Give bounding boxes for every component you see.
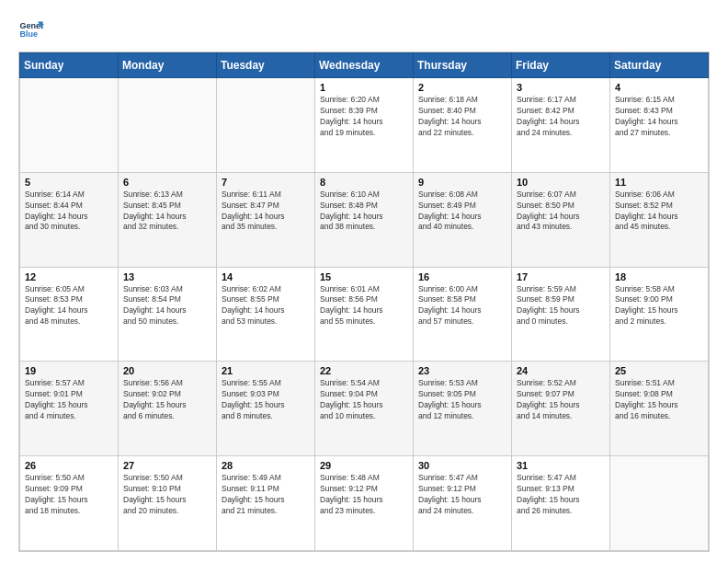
day-number: 9: [418, 177, 506, 188]
table-row: 13Sunrise: 6:03 AMSunset: 8:54 PMDayligh…: [119, 267, 217, 362]
table-row: 22Sunrise: 5:54 AMSunset: 9:04 PMDayligh…: [315, 362, 414, 456]
page: General Blue SundayMondayTuesdayWednesda…: [0, 0, 728, 563]
table-row: [119, 78, 217, 173]
day-info: Sunrise: 6:14 AMSunset: 8:44 PMDaylight:…: [25, 190, 113, 234]
day-number: 7: [222, 177, 310, 188]
logo-icon: General Blue: [18, 17, 44, 42]
table-row: 31Sunrise: 5:47 AMSunset: 9:13 PMDayligh…: [512, 456, 610, 551]
day-info: Sunrise: 6:05 AMSunset: 8:53 PMDaylight:…: [25, 284, 113, 328]
day-number: 8: [320, 177, 408, 188]
table-row: [610, 456, 709, 551]
table-row: 25Sunrise: 5:51 AMSunset: 9:08 PMDayligh…: [610, 362, 709, 456]
day-info: Sunrise: 6:18 AMSunset: 8:40 PMDaylight:…: [418, 95, 506, 139]
day-info: Sunrise: 5:48 AMSunset: 9:12 PMDaylight:…: [320, 473, 408, 517]
table-row: 27Sunrise: 5:50 AMSunset: 9:10 PMDayligh…: [119, 456, 217, 551]
table-row: 5Sunrise: 6:14 AMSunset: 8:44 PMDaylight…: [20, 172, 119, 267]
day-info: Sunrise: 6:01 AMSunset: 8:56 PMDaylight:…: [320, 284, 408, 328]
table-row: 7Sunrise: 6:11 AMSunset: 8:47 PMDaylight…: [217, 172, 315, 267]
table-row: 19Sunrise: 5:57 AMSunset: 9:01 PMDayligh…: [20, 362, 119, 456]
day-number: 20: [123, 365, 211, 376]
table-row: 2Sunrise: 6:18 AMSunset: 8:40 PMDaylight…: [414, 78, 512, 173]
table-row: 18Sunrise: 5:58 AMSunset: 9:00 PMDayligh…: [610, 267, 709, 362]
weekday-header-wednesday: Wednesday: [315, 53, 414, 78]
day-number: 17: [517, 271, 605, 282]
day-number: 4: [615, 82, 703, 93]
table-row: 9Sunrise: 6:08 AMSunset: 8:49 PMDaylight…: [414, 172, 512, 267]
table-row: 3Sunrise: 6:17 AMSunset: 8:42 PMDaylight…: [512, 78, 610, 173]
table-row: 15Sunrise: 6:01 AMSunset: 8:56 PMDayligh…: [315, 267, 414, 362]
table-row: 6Sunrise: 6:13 AMSunset: 8:45 PMDaylight…: [119, 172, 217, 267]
table-row: 1Sunrise: 6:20 AMSunset: 8:39 PMDaylight…: [315, 78, 414, 173]
day-info: Sunrise: 5:51 AMSunset: 9:08 PMDaylight:…: [615, 378, 703, 422]
day-number: 14: [222, 271, 310, 282]
day-number: 30: [418, 460, 506, 471]
table-row: 21Sunrise: 5:55 AMSunset: 9:03 PMDayligh…: [217, 362, 315, 456]
day-number: 5: [25, 177, 113, 188]
table-row: 4Sunrise: 6:15 AMSunset: 8:43 PMDaylight…: [610, 78, 709, 173]
weekday-header-thursday: Thursday: [414, 53, 512, 78]
header: General Blue: [18, 17, 710, 42]
day-number: 16: [418, 271, 506, 282]
table-row: 8Sunrise: 6:10 AMSunset: 8:48 PMDaylight…: [315, 172, 414, 267]
day-number: 11: [615, 177, 703, 188]
table-row: 23Sunrise: 5:53 AMSunset: 9:05 PMDayligh…: [414, 362, 512, 456]
day-info: Sunrise: 5:56 AMSunset: 9:02 PMDaylight:…: [123, 378, 211, 422]
day-number: 2: [418, 82, 506, 93]
day-number: 13: [123, 271, 211, 282]
day-info: Sunrise: 5:58 AMSunset: 9:00 PMDaylight:…: [615, 284, 703, 328]
day-number: 27: [123, 460, 211, 471]
day-info: Sunrise: 6:08 AMSunset: 8:49 PMDaylight:…: [418, 190, 506, 234]
weekday-header-sunday: Sunday: [20, 53, 119, 78]
table-row: 17Sunrise: 5:59 AMSunset: 8:59 PMDayligh…: [512, 267, 610, 362]
day-number: 29: [320, 460, 408, 471]
day-number: 18: [615, 271, 703, 282]
table-row: 12Sunrise: 6:05 AMSunset: 8:53 PMDayligh…: [20, 267, 119, 362]
day-number: 22: [320, 365, 408, 376]
day-number: 12: [25, 271, 113, 282]
table-row: 14Sunrise: 6:02 AMSunset: 8:55 PMDayligh…: [217, 267, 315, 362]
weekday-header-saturday: Saturday: [610, 53, 709, 78]
table-row: 29Sunrise: 5:48 AMSunset: 9:12 PMDayligh…: [315, 456, 414, 551]
table-row: 10Sunrise: 6:07 AMSunset: 8:50 PMDayligh…: [512, 172, 610, 267]
day-info: Sunrise: 5:52 AMSunset: 9:07 PMDaylight:…: [517, 378, 605, 422]
day-number: 19: [25, 365, 113, 376]
day-info: Sunrise: 6:06 AMSunset: 8:52 PMDaylight:…: [615, 190, 703, 234]
day-info: Sunrise: 6:15 AMSunset: 8:43 PMDaylight:…: [615, 95, 703, 139]
day-info: Sunrise: 5:47 AMSunset: 9:12 PMDaylight:…: [418, 473, 506, 517]
day-number: 15: [320, 271, 408, 282]
day-number: 1: [320, 82, 408, 93]
day-info: Sunrise: 6:20 AMSunset: 8:39 PMDaylight:…: [320, 95, 408, 139]
day-number: 31: [517, 460, 605, 471]
weekday-header-monday: Monday: [119, 53, 217, 78]
day-number: 25: [615, 365, 703, 376]
svg-text:Blue: Blue: [19, 29, 38, 39]
day-number: 28: [222, 460, 310, 471]
day-info: Sunrise: 6:13 AMSunset: 8:45 PMDaylight:…: [123, 190, 211, 234]
day-info: Sunrise: 5:50 AMSunset: 9:09 PMDaylight:…: [25, 473, 113, 517]
day-info: Sunrise: 5:55 AMSunset: 9:03 PMDaylight:…: [222, 378, 310, 422]
table-row: 28Sunrise: 5:49 AMSunset: 9:11 PMDayligh…: [217, 456, 315, 551]
table-row: 20Sunrise: 5:56 AMSunset: 9:02 PMDayligh…: [119, 362, 217, 456]
table-row: 30Sunrise: 5:47 AMSunset: 9:12 PMDayligh…: [414, 456, 512, 551]
day-info: Sunrise: 6:02 AMSunset: 8:55 PMDaylight:…: [222, 284, 310, 328]
calendar: SundayMondayTuesdayWednesdayThursdayFrid…: [18, 52, 710, 552]
day-info: Sunrise: 6:11 AMSunset: 8:47 PMDaylight:…: [222, 190, 310, 234]
day-info: Sunrise: 5:54 AMSunset: 9:04 PMDaylight:…: [320, 378, 408, 422]
day-info: Sunrise: 5:59 AMSunset: 8:59 PMDaylight:…: [517, 284, 605, 328]
day-number: 10: [517, 177, 605, 188]
day-info: Sunrise: 6:03 AMSunset: 8:54 PMDaylight:…: [123, 284, 211, 328]
day-info: Sunrise: 5:47 AMSunset: 9:13 PMDaylight:…: [517, 473, 605, 517]
weekday-header-friday: Friday: [512, 53, 610, 78]
logo: General Blue: [18, 17, 44, 42]
day-info: Sunrise: 6:10 AMSunset: 8:48 PMDaylight:…: [320, 190, 408, 234]
day-number: 23: [418, 365, 506, 376]
table-row: 24Sunrise: 5:52 AMSunset: 9:07 PMDayligh…: [512, 362, 610, 456]
day-number: 26: [25, 460, 113, 471]
day-info: Sunrise: 5:53 AMSunset: 9:05 PMDaylight:…: [418, 378, 506, 422]
weekday-header-tuesday: Tuesday: [217, 53, 315, 78]
table-row: 26Sunrise: 5:50 AMSunset: 9:09 PMDayligh…: [20, 456, 119, 551]
day-info: Sunrise: 5:49 AMSunset: 9:11 PMDaylight:…: [222, 473, 310, 517]
day-info: Sunrise: 5:57 AMSunset: 9:01 PMDaylight:…: [25, 378, 113, 422]
day-number: 6: [123, 177, 211, 188]
day-info: Sunrise: 5:50 AMSunset: 9:10 PMDaylight:…: [123, 473, 211, 517]
